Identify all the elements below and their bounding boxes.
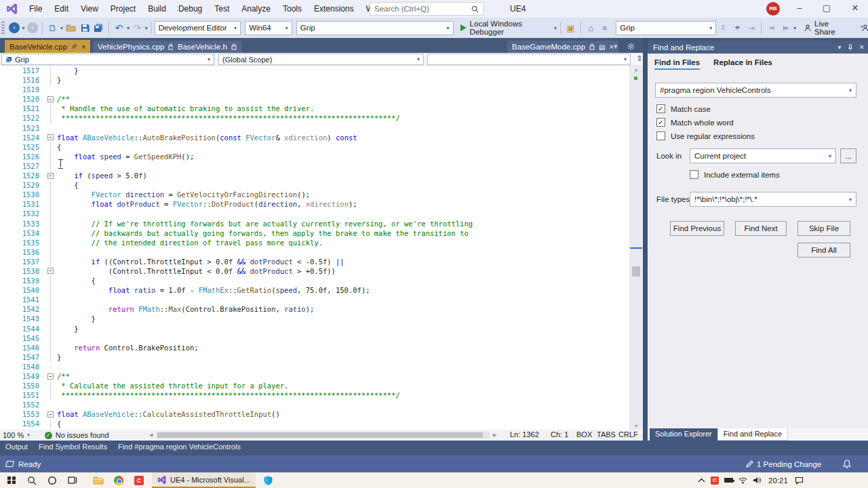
- pin-icon[interactable]: [71, 43, 77, 49]
- toolbar-grip[interactable]: [1, 22, 5, 34]
- code-line[interactable]: 1520−/**: [0, 94, 629, 104]
- redo-dropdown-icon[interactable]: ▾: [145, 25, 148, 31]
- code-line[interactable]: 1521 * Handle the use of automatic braki…: [0, 104, 629, 113]
- tab-basevehicle-cpp[interactable]: BaseVehicle.cpp ×: [5, 40, 90, 53]
- code-line[interactable]: 1540 float ratio = 1.0f - FMathEx::GetRa…: [0, 285, 629, 295]
- format-dropdown-icon[interactable]: ▾: [793, 25, 796, 31]
- menu-extensions[interactable]: Extensions: [308, 0, 360, 18]
- code-line[interactable]: 1535 // the intended direction of travel…: [0, 238, 629, 247]
- scroll-down-icon[interactable]: ▼: [629, 424, 643, 428]
- save-icon[interactable]: [79, 22, 91, 34]
- menu-build[interactable]: Build: [142, 0, 172, 18]
- fold-toggle-icon[interactable]: −: [47, 173, 54, 179]
- vs-taskbar-button[interactable]: UE4 - Microsoft Visual...: [152, 472, 256, 488]
- pending-changes-button[interactable]: 1 Pending Change: [746, 460, 821, 468]
- code-line[interactable]: 1537 if ((Control.ThrottleInput > 0.0f &…: [0, 257, 629, 266]
- task-view-icon[interactable]: [65, 472, 80, 488]
- scroll-left-icon[interactable]: ◀: [149, 432, 153, 438]
- new-item-dropdown-icon[interactable]: ▾: [60, 25, 63, 31]
- file-explorer-icon[interactable]: [91, 472, 106, 488]
- code-line[interactable]: 1538− (Control.ThrottleInput < 0.0f && d…: [0, 266, 629, 276]
- start-button[interactable]: [4, 472, 19, 488]
- notifications-bell-icon[interactable]: [843, 460, 851, 468]
- tab-basevehicle-h[interactable]: BaseVehicle.h: [173, 41, 241, 53]
- minimize-button[interactable]: –: [788, 0, 811, 18]
- scroll-up-icon[interactable]: ▲: [629, 67, 643, 72]
- code-line[interactable]: 1533 // If we're throttling forwards but…: [0, 219, 629, 228]
- menu-tools[interactable]: Tools: [277, 0, 308, 18]
- code-line[interactable]: 1547}: [0, 352, 629, 362]
- browse-folders-button[interactable]: ...: [840, 148, 856, 163]
- file-types-combo[interactable]: !*\bin\*;!*\obj\*;!*\.*▾: [690, 192, 856, 207]
- fold-toggle-icon[interactable]: −: [47, 373, 54, 380]
- fold-toggle-icon[interactable]: −: [47, 411, 54, 418]
- code-line[interactable]: 1542 return FMath::Max(Control.BrakePosi…: [0, 304, 629, 314]
- window-position-dropdown-icon[interactable]: ▾: [838, 43, 842, 51]
- menu-test[interactable]: Test: [208, 0, 235, 18]
- promote-preview-tab-icon[interactable]: ▤: [599, 43, 605, 51]
- step-icon[interactable]: ⇥: [746, 22, 757, 34]
- tab-replace-in-files[interactable]: Replace in Files: [713, 58, 772, 70]
- navigate-cursor-icon[interactable]: ⌖: [732, 22, 743, 34]
- code-line[interactable]: 1553−float ABaseVehicle::CalculateAssist…: [0, 409, 629, 419]
- menu-view[interactable]: View: [75, 0, 104, 18]
- save-all-icon[interactable]: [93, 22, 104, 34]
- restore-button[interactable]: ▢: [815, 0, 838, 18]
- skip-file-button[interactable]: Skip File: [797, 221, 850, 236]
- new-project-icon[interactable]: 🗋: [47, 22, 58, 34]
- tab-find-symbol-results[interactable]: Find Symbol Results: [33, 441, 113, 451]
- code-line[interactable]: 1527: [0, 161, 629, 171]
- code-line[interactable]: 1529 {: [0, 180, 629, 190]
- open-file-icon[interactable]: [65, 22, 77, 34]
- find-previous-button[interactable]: Find Previous: [670, 221, 724, 236]
- code-line[interactable]: 1539 {: [0, 276, 629, 285]
- code-line[interactable]: 1551 ***********************************…: [0, 390, 629, 400]
- cortana-icon[interactable]: [45, 472, 60, 488]
- panel-splitter[interactable]: [643, 38, 648, 441]
- redo-icon[interactable]: ↷: [132, 22, 143, 34]
- type-scope-combo[interactable]: (Global Scope)▾: [218, 54, 424, 65]
- code-line[interactable]: 1531 float dotProduct = FVector::DotProd…: [0, 199, 629, 209]
- hscrollbar-thumb[interactable]: [157, 432, 483, 438]
- code-line[interactable]: 1519: [0, 85, 629, 94]
- menu-project[interactable]: Project: [104, 0, 142, 18]
- code-line[interactable]: 1524−float ABaseVehicle::AutoBrakePositi…: [0, 133, 629, 142]
- code-line[interactable]: 1554{: [0, 419, 629, 428]
- fold-toggle-icon[interactable]: −: [47, 268, 54, 274]
- code-line[interactable]: 1517 }: [0, 66, 629, 75]
- look-in-combo[interactable]: Current project▾: [690, 148, 836, 163]
- fold-toggle-icon[interactable]: −: [47, 96, 54, 102]
- member-scope-combo[interactable]: ▾: [427, 54, 631, 65]
- undo-dropdown-icon[interactable]: ▾: [127, 25, 130, 31]
- code-line[interactable]: 1541: [0, 295, 629, 304]
- action-center-icon[interactable]: [795, 476, 804, 485]
- start-debugging-button[interactable]: Local Windows Debugger ▾: [460, 20, 557, 36]
- quick-search-input[interactable]: Search (Ctrl+Q): [370, 2, 484, 16]
- checkbox[interactable]: ✓: [656, 118, 665, 127]
- scroll-right-icon[interactable]: ▶: [493, 432, 496, 438]
- close-button[interactable]: ✕: [844, 0, 867, 18]
- gear-icon[interactable]: [627, 43, 635, 50]
- tab-find-and-replace[interactable]: Find and Replace: [717, 428, 788, 441]
- search-query-combo[interactable]: #pragma region VehicleControls▾: [655, 83, 856, 98]
- taskbar-clock[interactable]: 20:21: [768, 476, 788, 485]
- code-line[interactable]: 1526 float speed = GetSpeedKPH();: [0, 152, 629, 161]
- zoom-level-combo[interactable]: 100 %▾: [3, 431, 30, 439]
- checkbox[interactable]: ✓: [656, 104, 665, 113]
- code-line[interactable]: 1544 }: [0, 324, 629, 333]
- indent-increase-icon[interactable]: ⊨: [780, 22, 791, 34]
- close-panel-icon[interactable]: ✕: [859, 43, 865, 51]
- tab-list-dropdown-icon[interactable]: ▾: [614, 42, 618, 51]
- code-line[interactable]: 1528− if (speed > 5.0f): [0, 171, 629, 180]
- solution-platform-combo[interactable]: Win64▾: [245, 21, 292, 35]
- defender-shield-icon[interactable]: [261, 472, 276, 488]
- taskbar-search-icon[interactable]: [24, 472, 39, 488]
- tab-solution-explorer[interactable]: Solution Explorer: [650, 428, 717, 441]
- tab-basegamemode-cpp[interactable]: BaseGameMode.cpp ▤ ×: [507, 41, 618, 53]
- find-all-button[interactable]: Find All: [797, 243, 850, 258]
- navigate-backward-icon[interactable]: ‹: [9, 22, 20, 34]
- code-line[interactable]: 1522 ***********************************…: [0, 113, 629, 123]
- project-scope-combo[interactable]: Grip ▾: [1, 54, 214, 65]
- code-editor[interactable]: 1517 }1518}15191520−/**1521 * Handle the…: [0, 66, 629, 430]
- scrollbar-thumb[interactable]: [632, 266, 640, 277]
